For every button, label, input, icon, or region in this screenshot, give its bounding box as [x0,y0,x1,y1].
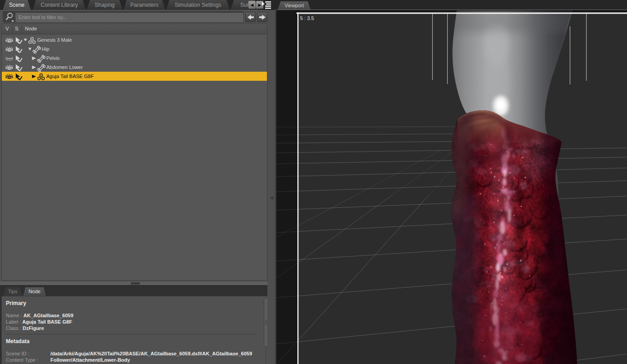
svg-text:5 : 3.5: 5 : 3.5 [300,15,314,21]
